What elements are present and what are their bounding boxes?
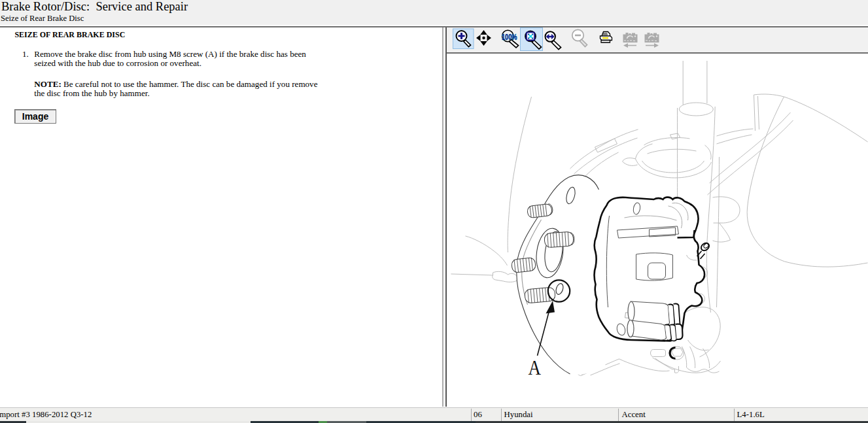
svg-text:A: A	[529, 357, 542, 379]
svg-text:100%: 100%	[502, 32, 517, 42]
